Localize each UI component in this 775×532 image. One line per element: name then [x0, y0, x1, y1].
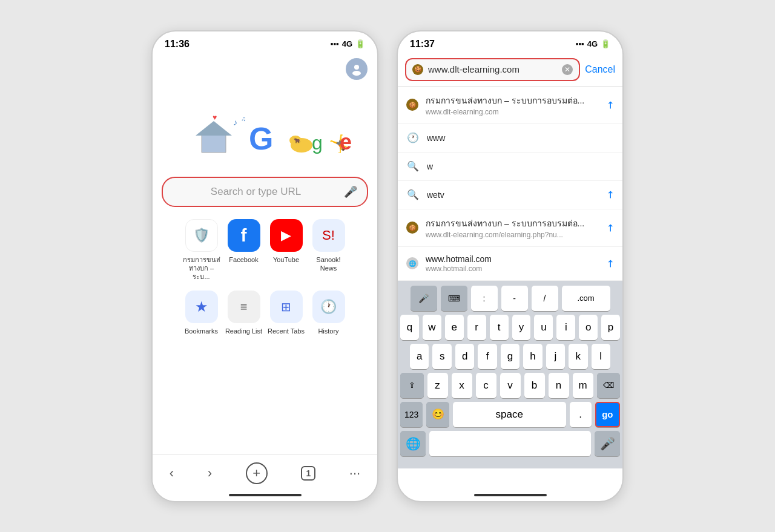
svg-text:♥: ♥ — [213, 113, 217, 122]
forward-button[interactable]: › — [208, 465, 212, 481]
history-icon-2: 🕐 — [406, 131, 420, 145]
sug-title-5: กรมการขนส่งทางบก – ระบบการอบรมต่อ... — [426, 217, 599, 230]
url-bar-area: 🍪 www.dlt-elearning.com ✕ Cancel — [398, 53, 622, 87]
key-s[interactable]: s — [432, 344, 451, 369]
key-period[interactable]: . — [570, 402, 592, 427]
url-favicon: 🍪 — [412, 64, 423, 75]
key-l[interactable]: l — [592, 344, 610, 369]
time-right: 11:37 — [410, 39, 435, 50]
key-space[interactable]: space — [453, 402, 566, 427]
tab-count[interactable]: 1 — [301, 466, 315, 481]
key-123[interactable]: 123 — [400, 402, 423, 427]
key-p[interactable]: p — [601, 315, 620, 340]
svg-text:e: e — [340, 130, 352, 154]
key-i[interactable]: i — [556, 315, 575, 340]
signal-icon-left: ▪▪▪ — [331, 39, 339, 48]
profile-icon[interactable] — [346, 58, 368, 80]
reading-list-item[interactable]: ≡ Reading List — [223, 291, 265, 335]
shortcut-facebook[interactable]: f Facebook — [223, 219, 265, 281]
key-f[interactable]: f — [478, 344, 496, 369]
new-tab-button[interactable]: + — [246, 462, 268, 484]
recent-tabs-label: Recent Tabs — [268, 327, 305, 335]
key-v[interactable]: v — [500, 373, 521, 398]
sug-title-4: wetv — [427, 190, 599, 200]
key-z[interactable]: z — [427, 373, 448, 398]
suggestion-item-3[interactable]: 🔍 w — [398, 153, 622, 181]
search-placeholder: Search or type URL — [173, 186, 339, 198]
key-c[interactable]: c — [476, 373, 496, 398]
suggestion-item-6[interactable]: 🌐 www.hotmail.com www.hotmail.com ↗ — [398, 247, 622, 281]
key-slash[interactable]: / — [532, 286, 558, 311]
history-item[interactable]: 🕐 History — [308, 291, 350, 335]
key-keyboard[interactable]: ⌨ — [441, 286, 467, 311]
shortcut-youtube[interactable]: ▶ YouTube — [265, 219, 308, 281]
home-indicator-left — [229, 494, 302, 496]
key-a[interactable]: a — [410, 344, 429, 369]
key-u[interactable]: u — [534, 315, 553, 340]
key-space-2[interactable] — [429, 431, 591, 456]
sug-favicon-6: 🌐 — [406, 257, 418, 269]
key-h[interactable]: h — [523, 344, 542, 369]
battery-left: 🔋 — [355, 39, 365, 48]
keyboard-row3: ⇧ z x c v b n m ⌫ — [400, 373, 620, 398]
sug-arrow-4: ↗ — [603, 188, 617, 202]
key-go[interactable]: go — [595, 402, 620, 427]
key-mic-special[interactable]: 🎤 — [411, 286, 437, 311]
keyboard-row2: a s d f g h j k l — [400, 344, 620, 369]
search-bar[interactable]: Search or type URL 🎤 — [162, 177, 368, 207]
key-t[interactable]: t — [490, 315, 509, 340]
key-m[interactable]: m — [573, 373, 593, 398]
suggestion-item-1[interactable]: 🍪 กรมการขนส่งทางบก – ระบบการอบรมต่อ... w… — [398, 87, 622, 124]
key-w[interactable]: w — [423, 315, 441, 340]
svg-point-0 — [354, 65, 359, 70]
key-y[interactable]: y — [512, 315, 531, 340]
key-globe[interactable]: 🌐 — [400, 431, 426, 456]
signal-icon-right: ▪▪▪ — [576, 39, 584, 48]
recent-tabs-item[interactable]: ⊞ Recent Tabs — [265, 291, 308, 335]
bookmarks-item[interactable]: ★ Bookmarks — [180, 291, 223, 335]
shortcut-sanook[interactable]: S! Sanook!News — [308, 219, 350, 281]
home-indicator-right — [474, 494, 547, 496]
key-colon[interactable]: : — [471, 286, 498, 311]
key-dash[interactable]: - — [501, 286, 528, 311]
sug-text-4: wetv — [427, 190, 599, 200]
key-x[interactable]: x — [452, 373, 472, 398]
key-k[interactable]: k — [569, 344, 587, 369]
svg-text:g: g — [312, 132, 323, 154]
key-e[interactable]: e — [445, 315, 464, 340]
url-input[interactable]: 🍪 www.dlt-elearning.com ✕ — [405, 58, 580, 81]
sug-arrow-1: ↗ — [603, 98, 617, 112]
status-icons-left: ▪▪▪ 4G 🔋 — [331, 39, 365, 48]
shortcut-dlt[interactable]: 🛡️ กรมการขนส่ทางบก – ระบ... — [180, 219, 223, 281]
mic-icon[interactable]: 🎤 — [344, 185, 357, 199]
more-button[interactable]: ··· — [349, 465, 360, 481]
key-b[interactable]: b — [524, 373, 545, 398]
key-r[interactable]: r — [467, 315, 486, 340]
key-o[interactable]: o — [579, 315, 598, 340]
key-backspace[interactable]: ⌫ — [597, 373, 621, 398]
key-g[interactable]: g — [501, 344, 519, 369]
key-q[interactable]: q — [400, 315, 419, 340]
suggestion-item-2[interactable]: 🕐 www — [398, 124, 622, 153]
key-n[interactable]: n — [549, 373, 569, 398]
key-shift[interactable]: ⇧ — [400, 373, 424, 398]
reading-list-label: Reading List — [225, 327, 262, 335]
suggestion-item-5[interactable]: 🍪 กรมการขนส่งทางบก – ระบบการอบรมต่อ... w… — [398, 209, 622, 247]
key-d[interactable]: d — [455, 344, 474, 369]
sug-url-5: www.dlt-elearning.com/elearning.php?nu..… — [426, 231, 599, 239]
key-j[interactable]: j — [546, 344, 565, 369]
shortcut-youtube-label: YouTube — [273, 255, 299, 264]
sug-favicon-5: 🍪 — [406, 222, 418, 234]
key-emoji[interactable]: 😊 — [426, 402, 449, 427]
url-text: www.dlt-elearning.com — [428, 64, 557, 74]
right-phone: 11:37 ▪▪▪ 4G 🔋 🍪 www.dlt-elearning.com ✕… — [397, 30, 624, 502]
url-clear-button[interactable]: ✕ — [562, 64, 573, 75]
status-bar-right: 11:37 ▪▪▪ 4G 🔋 — [398, 31, 622, 53]
back-button[interactable]: ‹ — [170, 465, 174, 481]
sug-text-5: กรมการขนส่งทางบก – ระบบการอบรมต่อ... www… — [426, 217, 599, 239]
sug-title-6: www.hotmail.com — [426, 254, 599, 264]
suggestion-item-4[interactable]: 🔍 wetv ↗ — [398, 181, 622, 209]
key-dotcom[interactable]: .com — [562, 286, 610, 311]
key-dictation[interactable]: 🎤 — [595, 431, 620, 456]
cancel-button[interactable]: Cancel — [585, 64, 615, 75]
